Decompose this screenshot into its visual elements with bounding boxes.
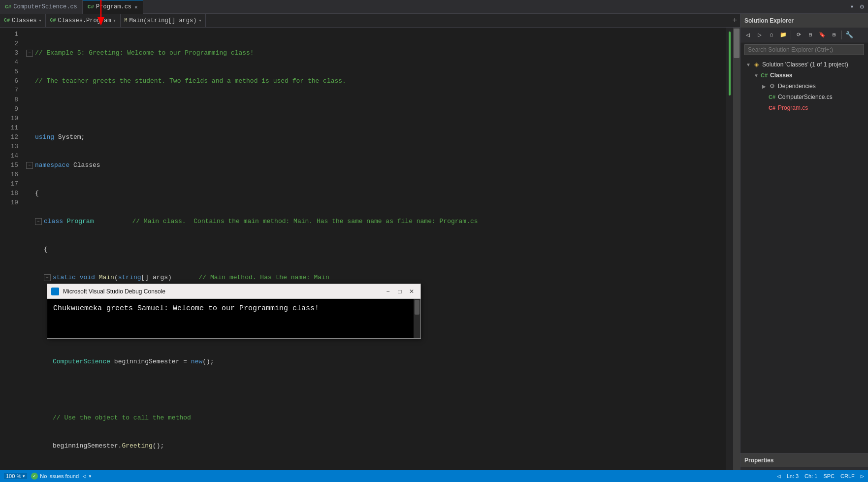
status-left: 100 % ▾ ✓ No issues found ◁ ▾: [4, 473, 92, 480]
debug-console-scrollbar[interactable]: [414, 299, 420, 338]
zoom-dropdown-icon[interactable]: ▾: [23, 474, 25, 479]
debug-console-scrollbar-thumb: [415, 300, 419, 315]
solution-explorer-panel: Solution Explorer ◁ ▷ ⌂ 📁 ⟳ ⊟ 🔖 ⊞ 🔧 ▼ ◈ …: [740, 14, 868, 482]
status-scroll-left[interactable]: ◁: [777, 473, 780, 480]
status-check-icon: ✓: [31, 473, 38, 480]
toolbar-btn-home[interactable]: ⌂: [766, 30, 777, 40]
toolbar-btn-filter[interactable]: ⊞: [829, 30, 839, 40]
breadcrumb-main-label: Main(string[] args): [129, 17, 197, 24]
tab-bar-actions: ▾ ⚙: [848, 1, 868, 12]
collapse-1[interactable]: −: [26, 50, 33, 57]
breadcrumb-program-icon: C#: [50, 18, 56, 23]
breadcrumb-main-icon: M: [125, 18, 128, 23]
code-editor[interactable]: 1 2 3 4 5 6 7 8 9 10 11 12 13 14 15 16 1…: [0, 28, 740, 482]
breadcrumb-main[interactable]: M Main(string[] args) ▾: [121, 14, 206, 28]
debug-console-close[interactable]: ✕: [407, 287, 417, 296]
svg-marker-1: [97, 17, 104, 26]
code-line-9: − static void Main ( string [] args) // …: [26, 273, 722, 282]
toolbar-btn-sync[interactable]: 📁: [778, 30, 789, 40]
code-line-6: {: [26, 189, 722, 198]
tab-program-close[interactable]: ✕: [134, 4, 138, 10]
collapse-7[interactable]: −: [35, 218, 42, 225]
status-bar: 100 % ▾ ✓ No issues found ◁ ▾ ◁ Ln: 3 Ch…: [0, 470, 868, 482]
status-zoom[interactable]: 100 % ▾: [4, 473, 27, 479]
status-no-issues[interactable]: ✓ No issues found: [31, 473, 79, 480]
debug-console-app-icon: [51, 288, 59, 295]
classes-toggle[interactable]: ▼: [752, 71, 760, 79]
debug-console-maximize[interactable]: □: [395, 287, 405, 296]
classes-project-icon: C#: [760, 71, 768, 79]
solution-icon: ◈: [752, 61, 760, 68]
status-ln: Ln: 3: [787, 473, 799, 479]
tab-computerscience-label: ComputerScience.cs: [13, 3, 77, 10]
tree-item-dependencies[interactable]: ▶ ⚙ Dependencies: [740, 81, 868, 92]
dependencies-label: Dependencies: [778, 83, 816, 90]
dependencies-icon: ⚙: [768, 82, 776, 90]
tree-item-computerscience-file[interactable]: ▶ C# ComputerScience.cs: [740, 92, 868, 102]
scrollbar-thumb: [734, 29, 739, 58]
tree-item-solution[interactable]: ▼ ◈ Solution 'Classes' (1 of 1 project): [740, 59, 868, 70]
solution-tree-view: ▼ ◈ Solution 'Classes' (1 of 1 project) …: [740, 57, 868, 453]
code-line-8: {: [26, 245, 722, 254]
code-line-14: // Use the object to call the method: [26, 413, 722, 422]
editor-area: C# Classes ▾ C# Classes.Program ▾ M Main…: [0, 14, 740, 482]
debug-console-minimize[interactable]: −: [383, 287, 393, 296]
code-content[interactable]: − // Example 5: Greeting: Welcome to our…: [22, 28, 726, 482]
code-line-5: − namespace Classes: [26, 161, 722, 170]
breadcrumb-classes-label: Classes: [12, 17, 36, 24]
status-scroll-right[interactable]: ▷: [861, 473, 864, 480]
tab-settings-icon[interactable]: ⚙: [858, 1, 866, 12]
line-numbers: 1 2 3 4 5 6 7 8 9 10 11 12 13 14 15 16 1…: [0, 28, 22, 482]
tab-program[interactable]: C# Program.cs ✕: [83, 0, 143, 14]
collapse-9[interactable]: −: [44, 274, 51, 281]
toolbar-btn-collapse[interactable]: ⊟: [805, 30, 816, 40]
toolbar-btn-forward[interactable]: ▷: [754, 30, 765, 40]
code-line-1: − // Example 5: Greeting: Welcome to our…: [26, 48, 722, 58]
collapse-5[interactable]: −: [26, 162, 33, 169]
breadcrumb-program[interactable]: C# Classes.Program ▾: [46, 14, 120, 28]
editor-scrollbar[interactable]: [733, 28, 740, 482]
dependencies-toggle[interactable]: ▶: [760, 82, 768, 90]
solution-explorer-toolbar: ◁ ▷ ⌂ 📁 ⟳ ⊟ 🔖 ⊞ 🔧: [740, 28, 868, 42]
status-no-issues-text: No issues found: [40, 473, 79, 479]
status-nav-dropdown[interactable]: ▾: [88, 473, 92, 480]
toolbar-btn-back[interactable]: ◁: [742, 30, 753, 40]
main-container: C# Classes ▾ C# Classes.Program ▾ M Main…: [0, 14, 868, 482]
status-crlf[interactable]: CRLF: [840, 473, 855, 479]
debug-console-title-text: Microsoft Visual Studio Debug Console: [63, 288, 383, 295]
solution-explorer-header: Solution Explorer: [740, 14, 868, 28]
computerscience-cs-icon: C#: [768, 93, 776, 101]
tab-dropdown-icon[interactable]: ▾: [848, 1, 856, 12]
tree-item-program-file[interactable]: ▶ C# Program.cs: [740, 102, 868, 113]
properties-header: Properties: [740, 453, 868, 467]
debug-output-text: Chukwuemeka greets Samuel: Welcome to ou…: [53, 304, 319, 313]
tab-cs-icon: C#: [5, 4, 11, 10]
editor-minimap[interactable]: [726, 28, 733, 482]
debug-console-window: Microsoft Visual Studio Debug Console − …: [47, 284, 421, 339]
breadcrumb-classes[interactable]: C# Classes ▾: [0, 14, 46, 28]
toolbar-btn-props[interactable]: 🔖: [817, 30, 828, 40]
breadcrumb-classes-icon: C#: [4, 18, 10, 23]
toolbar-sep-2: [841, 31, 842, 39]
solution-label: Solution 'Classes' (1 of 1 project): [762, 61, 848, 68]
program-file-label: Program.cs: [778, 104, 808, 111]
red-arrow-indicator: [96, 0, 106, 30]
breadcrumb-add-btn[interactable]: +: [729, 14, 740, 28]
debug-console-output: Chukwuemeka greets Samuel: Welcome to ou…: [47, 299, 420, 338]
code-line-3: [26, 104, 722, 114]
status-right: ◁ Ln: 3 Ch: 1 SPC CRLF ▷: [777, 473, 864, 480]
tab-bar: C# ComputerScience.cs C# Program.cs ✕ ▾ …: [0, 0, 868, 14]
status-spc: SPC: [823, 473, 835, 479]
solution-search-area: [740, 42, 868, 57]
status-nav-left[interactable]: ◁: [83, 473, 86, 480]
code-line-4: using System;: [26, 132, 722, 142]
tab-computerscience[interactable]: C# ComputerScience.cs: [0, 0, 83, 14]
toolbar-btn-wrench[interactable]: 🔧: [844, 30, 855, 40]
code-line-15: beginningSemester. Greeting ();: [26, 441, 722, 450]
breadcrumb-arrow-3: ▾: [198, 18, 201, 24]
solution-search-input[interactable]: [744, 44, 864, 55]
code-line-13: [26, 385, 722, 394]
solution-toggle[interactable]: ▼: [744, 61, 752, 68]
tree-item-classes-project[interactable]: ▼ C# Classes: [740, 70, 868, 81]
toolbar-btn-settings1[interactable]: ⟳: [793, 30, 804, 40]
